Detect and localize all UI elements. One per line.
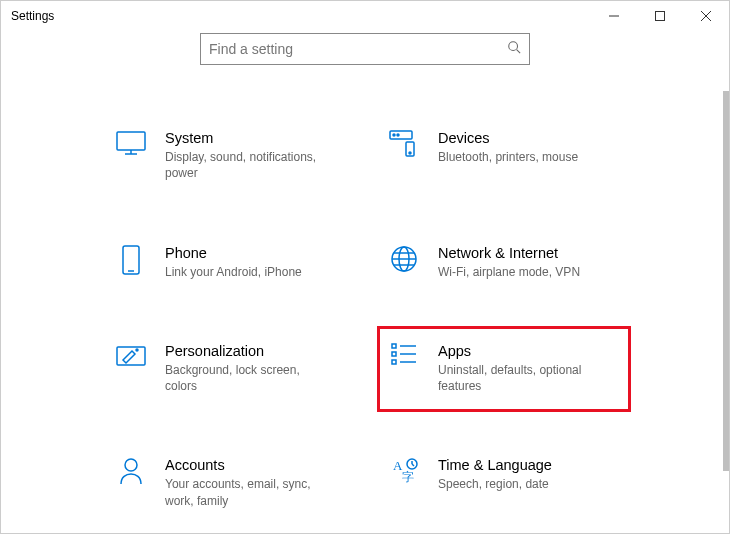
category-title: Time & Language (438, 456, 552, 474)
category-title: System (165, 129, 335, 147)
svg-rect-14 (123, 246, 139, 274)
category-time-language[interactable]: A字 Time & Language Speech, region, date (384, 456, 632, 509)
category-title: Devices (438, 129, 578, 147)
category-text: Phone Link your Android, iPhone (165, 244, 302, 280)
category-desc: Speech, region, date (438, 476, 552, 492)
apps-list-icon (384, 342, 424, 374)
close-icon (701, 11, 711, 21)
category-text: Accounts Your accounts, email, sync, wor… (165, 456, 335, 509)
category-desc: Display, sound, notifications, power (165, 149, 335, 181)
category-desc: Link your Android, iPhone (165, 264, 302, 280)
window-title: Settings (11, 9, 591, 23)
svg-rect-6 (117, 132, 145, 150)
category-desc: Bluetooth, printers, mouse (438, 149, 578, 165)
category-grid: System Display, sound, notifications, po… (111, 129, 729, 509)
category-desc: Background, lock screen, colors (165, 362, 335, 394)
category-text: Personalization Background, lock screen,… (165, 342, 335, 395)
settings-window: Settings (0, 0, 730, 534)
category-text: Devices Bluetooth, printers, mouse (438, 129, 578, 165)
svg-rect-24 (392, 352, 396, 356)
category-apps[interactable]: Apps Uninstall, defaults, optional featu… (384, 342, 632, 395)
svg-text:字: 字 (402, 470, 414, 484)
category-phone[interactable]: Phone Link your Android, iPhone (111, 244, 359, 280)
svg-point-4 (509, 42, 518, 51)
category-personalization[interactable]: Personalization Background, lock screen,… (111, 342, 359, 395)
search-icon (507, 40, 521, 58)
category-accounts[interactable]: Accounts Your accounts, email, sync, wor… (111, 456, 359, 509)
category-network[interactable]: Network & Internet Wi-Fi, airplane mode,… (384, 244, 632, 280)
scrollbar-thumb[interactable] (723, 91, 729, 471)
maximize-icon (655, 11, 665, 21)
category-text: Time & Language Speech, region, date (438, 456, 552, 492)
category-desc: Your accounts, email, sync, work, family (165, 476, 335, 508)
search-row (1, 33, 729, 65)
category-desc: Uninstall, defaults, optional features (438, 362, 608, 394)
category-title: Network & Internet (438, 244, 580, 262)
category-devices[interactable]: Devices Bluetooth, printers, mouse (384, 129, 632, 182)
category-title: Phone (165, 244, 302, 262)
category-text: Apps Uninstall, defaults, optional featu… (438, 342, 608, 395)
scrollbar[interactable] (721, 91, 729, 511)
devices-icon (384, 129, 424, 161)
minimize-button[interactable] (591, 1, 637, 31)
svg-rect-21 (117, 347, 145, 365)
category-desc: Wi-Fi, airplane mode, VPN (438, 264, 580, 280)
globe-icon (384, 244, 424, 276)
category-title: Apps (438, 342, 608, 360)
display-icon (111, 129, 151, 161)
paintbrush-icon (111, 342, 151, 374)
svg-rect-23 (392, 344, 396, 348)
minimize-icon (609, 11, 619, 21)
phone-icon (111, 244, 151, 276)
category-title: Personalization (165, 342, 335, 360)
titlebar: Settings (1, 1, 729, 31)
svg-point-13 (409, 152, 411, 154)
content-area: System Display, sound, notifications, po… (1, 91, 729, 533)
svg-rect-25 (392, 360, 396, 364)
person-icon (111, 456, 151, 488)
svg-rect-1 (656, 12, 665, 21)
time-language-icon: A字 (384, 456, 424, 488)
search-box[interactable] (200, 33, 530, 65)
svg-point-10 (393, 134, 395, 136)
close-button[interactable] (683, 1, 729, 31)
svg-point-11 (397, 134, 399, 136)
category-system[interactable]: System Display, sound, notifications, po… (111, 129, 359, 182)
category-title: Accounts (165, 456, 335, 474)
category-text: Network & Internet Wi-Fi, airplane mode,… (438, 244, 580, 280)
svg-line-34 (412, 464, 414, 466)
svg-point-29 (125, 459, 137, 471)
search-input[interactable] (209, 41, 507, 57)
category-text: System Display, sound, notifications, po… (165, 129, 335, 182)
svg-point-22 (136, 349, 138, 351)
window-controls (591, 1, 729, 31)
svg-line-5 (517, 50, 521, 54)
maximize-button[interactable] (637, 1, 683, 31)
